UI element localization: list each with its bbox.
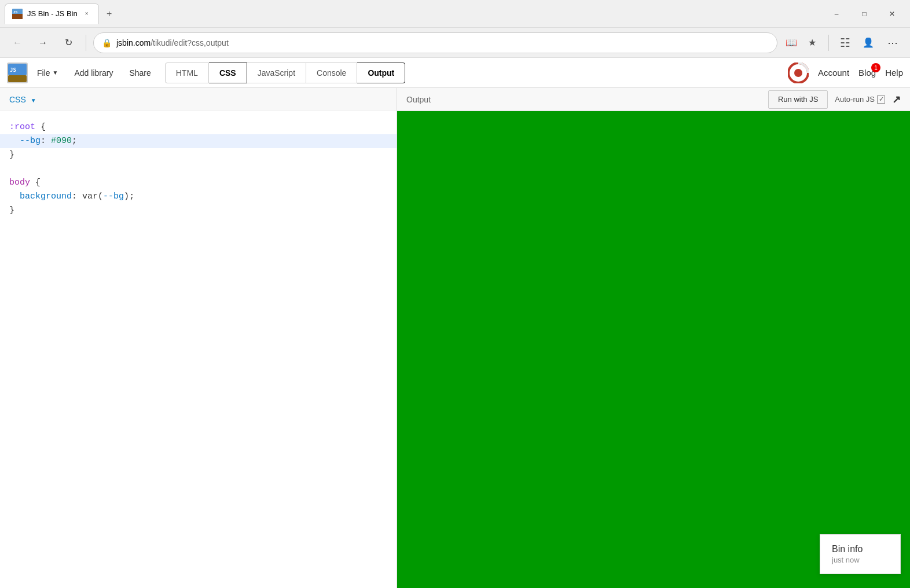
- close-button[interactable]: ✕: [879, 5, 905, 23]
- svg-text:JS: JS: [10, 67, 16, 73]
- run-with-js-button[interactable]: Run with JS: [768, 90, 828, 109]
- tab-console[interactable]: Console: [306, 63, 357, 83]
- add-library-button[interactable]: Add library: [67, 63, 120, 83]
- file-button[interactable]: File ▼: [30, 63, 65, 83]
- back-button[interactable]: ←: [7, 32, 28, 53]
- output-header: Output Run with JS Auto-run JS ✓ ↗: [397, 88, 910, 111]
- tab-title: JS Bin - JS Bin: [27, 9, 78, 18]
- bin-info-tooltip: Bin info just now: [820, 534, 901, 574]
- settings-menu-button[interactable]: ⋯: [882, 32, 903, 53]
- forward-button[interactable]: →: [32, 32, 53, 53]
- css-panel-label[interactable]: CSS ▼: [9, 95, 36, 104]
- address-icons: 📖 ★: [782, 34, 821, 52]
- tab-favicon: JS: [12, 9, 23, 19]
- reading-mode-button[interactable]: 📖: [782, 34, 801, 52]
- share-button[interactable]: Share: [122, 63, 157, 83]
- addr-divider2: [828, 35, 829, 51]
- jsbin-logo: JS: [7, 63, 28, 83]
- tab-close-button[interactable]: ×: [82, 9, 91, 19]
- url-text: jsbin.com/tikudi/edit?css,output: [116, 38, 769, 47]
- code-line-7: }: [9, 204, 387, 218]
- url-bar[interactable]: 🔒 jsbin.com/tikudi/edit?css,output: [93, 32, 777, 53]
- output-view: Bin info just now: [397, 111, 910, 588]
- account-link[interactable]: Account: [818, 68, 849, 78]
- title-bar: JS JS Bin - JS Bin × + – □ ✕: [0, 0, 910, 28]
- window-controls: – □ ✕: [823, 5, 905, 23]
- browser-tab[interactable]: JS JS Bin - JS Bin ×: [5, 3, 99, 24]
- css-panel: CSS ▼ :root { --bg: #090; } body { backg…: [0, 88, 397, 588]
- svg-point-8: [794, 69, 802, 77]
- lock-icon: 🔒: [102, 38, 112, 47]
- css-panel-header: CSS ▼: [0, 88, 397, 111]
- browser-sync-button[interactable]: 👤: [859, 34, 878, 52]
- help-link[interactable]: Help: [885, 68, 903, 78]
- code-line-4: [9, 162, 387, 176]
- minimize-button[interactable]: –: [823, 5, 850, 23]
- jsbin-account-icon: [788, 63, 809, 83]
- autorun-checkbox[interactable]: ✓: [877, 95, 885, 104]
- code-line-3: }: [9, 148, 387, 162]
- refresh-button[interactable]: ↻: [58, 32, 79, 53]
- expand-button[interactable]: ↗: [892, 93, 901, 106]
- nav-divider: [86, 35, 86, 51]
- address-bar: ← → ↻ 🔒 jsbin.com/tikudi/edit?css,output…: [0, 28, 910, 58]
- maximize-button[interactable]: □: [851, 5, 878, 23]
- app-toolbar: JS File ▼ Add library Share HTML CSS Jav…: [0, 58, 910, 88]
- svg-text:JS: JS: [13, 10, 17, 14]
- main-content: CSS ▼ :root { --bg: #090; } body { backg…: [0, 88, 910, 588]
- blog-link[interactable]: Blog 1: [858, 68, 876, 78]
- tab-css[interactable]: CSS: [209, 63, 247, 83]
- new-tab-button[interactable]: +: [101, 6, 118, 22]
- output-label: Output: [406, 95, 431, 104]
- collections-button[interactable]: ☷: [836, 34, 854, 52]
- tab-javascript[interactable]: JavaScript: [247, 63, 306, 83]
- bin-info-time: just now: [832, 556, 889, 564]
- url-path: /tikudi/edit?css,output: [151, 38, 229, 47]
- autorun-label: Auto-run JS ✓: [835, 95, 885, 104]
- bin-info-title: Bin info: [832, 544, 889, 554]
- url-domain: jsbin.com: [116, 38, 151, 47]
- account-area: Account Blog 1 Help: [788, 63, 903, 83]
- tab-output[interactable]: Output: [357, 63, 405, 83]
- svg-rect-5: [8, 75, 27, 82]
- code-line-6: background: var(--bg);: [9, 190, 387, 204]
- code-line-5: body {: [9, 176, 387, 190]
- blog-badge: 1: [871, 63, 880, 72]
- svg-rect-1: [12, 14, 23, 19]
- code-line-1: :root {: [9, 120, 387, 134]
- output-panel: Output Run with JS Auto-run JS ✓ ↗ Bin i…: [397, 88, 910, 588]
- panel-tabs: HTML CSS JavaScript Console Output: [165, 63, 406, 83]
- code-line-2: --bg: #090;: [0, 134, 397, 148]
- favorites-button[interactable]: ★: [803, 34, 821, 52]
- code-editor[interactable]: :root { --bg: #090; } body { background:…: [0, 111, 397, 588]
- tab-html[interactable]: HTML: [165, 63, 209, 83]
